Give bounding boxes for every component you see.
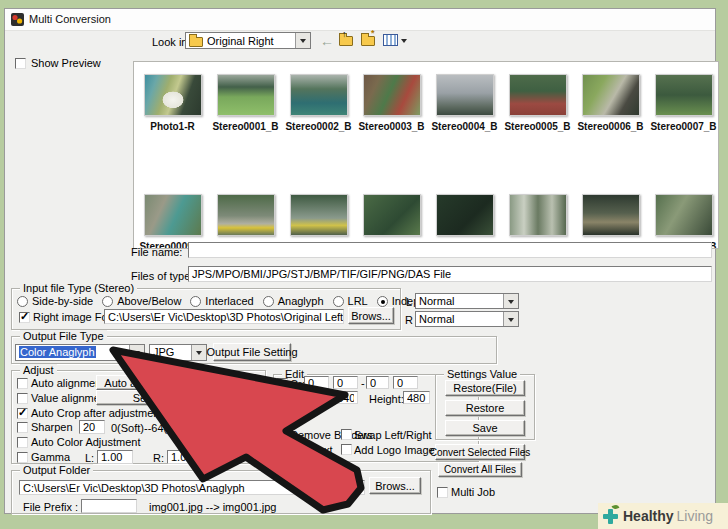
radio-button[interactable] (377, 296, 388, 307)
convert-selected-files-button[interactable]: Convert Selected Files (435, 444, 525, 460)
radio-above-below[interactable]: Above/Below (102, 295, 181, 307)
file-thumbnail[interactable]: Stereo0012_B (355, 194, 428, 249)
output-format-combobox[interactable]: Color Anaglyph (15, 344, 145, 361)
auto-crop-label: Auto Crop after adjustment (31, 407, 162, 419)
file-name-input[interactable] (188, 242, 712, 258)
radio-anaglyph[interactable]: Anaglyph (263, 295, 324, 307)
thumbnail-image[interactable] (290, 74, 348, 116)
file-thumbnail[interactable]: Stereo0002_B (282, 74, 355, 132)
back-icon[interactable]: ← (320, 33, 334, 49)
crop-checkbox[interactable] (277, 378, 288, 389)
radio-button[interactable] (102, 296, 113, 307)
thumbnail-image[interactable] (582, 74, 640, 116)
radio-button[interactable] (17, 296, 28, 307)
right-orientation-dropdown-arrow[interactable] (503, 312, 518, 326)
height-input[interactable] (403, 391, 430, 404)
gamma-r-input[interactable] (167, 450, 203, 464)
convert-all-files-button[interactable]: Convert All Files (438, 462, 522, 477)
value-alignment-set-button[interactable]: Set (96, 390, 186, 405)
radio-label: Above/Below (117, 295, 181, 307)
right-image-folder-path[interactable]: C:\Users\Er Vic\Desktop\3D Photos\Origin… (104, 309, 344, 324)
gamma-l-input[interactable] (97, 450, 133, 464)
restore-file-button[interactable]: Restore(File) (445, 380, 525, 396)
file-thumbnail[interactable]: Stereo0004_B (428, 74, 501, 132)
thumbnail-image[interactable] (144, 194, 202, 236)
radio-button[interactable] (263, 296, 274, 307)
width-input[interactable] (333, 391, 358, 404)
value-alignment-checkbox[interactable] (17, 393, 28, 404)
thumbnail-image[interactable] (655, 74, 713, 116)
remove-borders-checkbox[interactable] (277, 429, 288, 440)
thumbnail-image[interactable] (436, 74, 494, 116)
radio-lrl[interactable]: LRL (333, 295, 368, 307)
multi-job-checkbox[interactable] (437, 487, 448, 498)
thumbnail-image[interactable] (363, 194, 421, 236)
files-of-type-value[interactable]: JPS/MPO/BMI/JPG/STJ/BMP/TIF/GIF/PNG/DAS … (188, 266, 712, 282)
output-folder-path[interactable]: C:\Users\Er Vic\Desktop\3D Photos\Anagly… (19, 480, 365, 495)
thumbnail-image[interactable] (509, 194, 567, 236)
crop-x2-input[interactable] (366, 376, 389, 389)
file-prefix-input[interactable] (81, 499, 137, 513)
crop-y2-input[interactable] (393, 376, 418, 389)
file-thumbnail[interactable]: Stereo0016_B (647, 194, 719, 249)
thumbnail-image[interactable] (436, 194, 494, 236)
radio-interlaced[interactable]: Interlaced (190, 295, 253, 307)
auto-alignment-checkbox[interactable] (17, 378, 28, 389)
auto-alignment-setting-button[interactable]: Auto alignment (96, 375, 186, 390)
add-text-checkbox[interactable] (277, 444, 288, 455)
thumbnail-image[interactable] (582, 194, 640, 236)
thumbnail-image[interactable] (217, 74, 275, 116)
output-format-dropdown-arrow[interactable] (129, 345, 144, 360)
right-image-folder-checkbox[interactable] (19, 312, 30, 323)
look-in-dropdown-arrow[interactable] (295, 33, 310, 48)
file-thumbnail[interactable]: Stereo0006_B (574, 74, 647, 132)
crop-x1-input[interactable] (304, 376, 329, 389)
gamma-checkbox[interactable] (17, 452, 28, 463)
file-thumbnail[interactable]: Stereo0007_B (647, 74, 719, 132)
file-thumbnail[interactable]: Stereo0015_B (574, 194, 647, 249)
output-folder-browse-button[interactable]: Brows... (369, 477, 421, 494)
radio-side-by-side[interactable]: Side-by-side (17, 295, 93, 307)
file-format-dropdown-arrow[interactable] (191, 345, 206, 360)
view-menu-icon[interactable] (383, 34, 398, 46)
file-list-panel[interactable]: Photo1-RStereo0001_BStereo0002_BStereo00… (133, 61, 719, 249)
thumbnail-image[interactable] (217, 194, 275, 236)
file-thumbnail[interactable]: Stereo0010_B (209, 194, 282, 249)
auto-crop-checkbox[interactable] (17, 408, 28, 419)
file-thumbnail[interactable]: Stereo0003_B (355, 74, 428, 132)
view-menu-caret[interactable] (401, 39, 407, 46)
gamma-l-label: L: (85, 452, 94, 464)
radio-button[interactable] (190, 296, 201, 307)
thumbnail-image[interactable] (290, 194, 348, 236)
sharpen-value-input[interactable] (79, 420, 105, 434)
radio-button[interactable] (333, 296, 344, 307)
restore-button[interactable]: Restore (445, 400, 525, 416)
crop-y1-input[interactable] (333, 376, 358, 389)
look-in-combobox[interactable]: Original Right (185, 32, 311, 49)
right-orientation-combobox[interactable]: Normal (415, 311, 519, 327)
file-format-combobox[interactable]: JPG (149, 344, 207, 361)
add-logo-checkbox[interactable] (341, 444, 352, 455)
file-thumbnail[interactable]: Stereo0013_B (428, 194, 501, 249)
title-bar: Multi Conversion (5, 9, 715, 31)
file-thumbnail[interactable]: Stereo0005_B (501, 74, 574, 132)
show-preview-checkbox[interactable] (15, 58, 26, 69)
thumbnail-image[interactable] (655, 194, 713, 236)
file-thumbnail[interactable]: Stereo0009_B (136, 194, 209, 249)
file-thumbnail[interactable]: Stereo0001_B (209, 74, 282, 132)
left-orientation-combobox[interactable]: Normal (415, 293, 519, 309)
thumbnail-image[interactable] (363, 74, 421, 116)
left-orientation-dropdown-arrow[interactable] (503, 294, 518, 308)
save-button[interactable]: Save (445, 420, 525, 436)
swap-left-right-checkbox[interactable] (341, 429, 352, 440)
file-thumbnail[interactable]: Stereo0011_B (282, 194, 355, 249)
thumbnail-image[interactable] (144, 74, 202, 116)
auto-color-checkbox[interactable] (17, 437, 28, 448)
thumbnail-image[interactable] (509, 74, 567, 116)
right-folder-browse-button[interactable]: Brows... (348, 307, 394, 324)
output-file-setting-button[interactable]: Output File Setting (213, 343, 291, 361)
file-thumbnail[interactable]: Photo1-R (136, 74, 209, 132)
sharpen-checkbox[interactable] (17, 422, 28, 433)
file-thumbnail[interactable]: Stereo0014_B (501, 194, 574, 249)
settings-value-group-label: Settings Value (444, 368, 520, 380)
